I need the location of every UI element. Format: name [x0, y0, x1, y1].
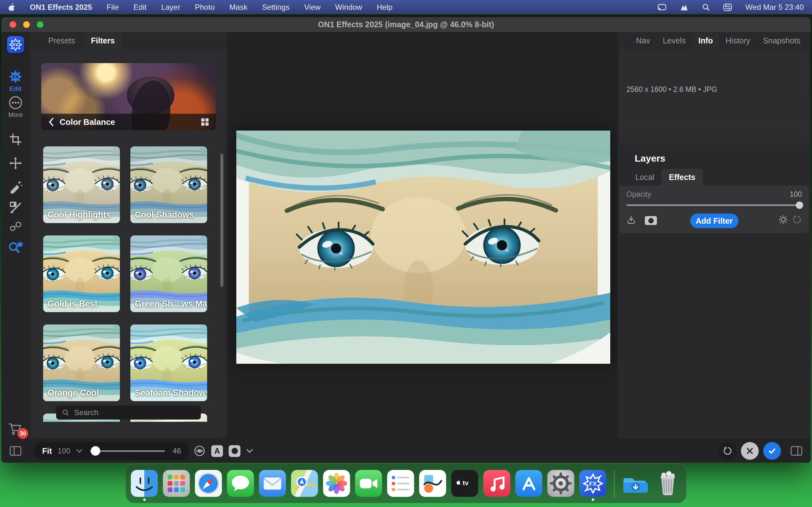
- edited-photo-canvas[interactable]: [236, 130, 610, 364]
- cancel-button[interactable]: [741, 442, 759, 460]
- menu-edit[interactable]: Edit: [134, 3, 147, 12]
- apply-done-button[interactable]: [763, 442, 781, 460]
- dock-item-facetime[interactable]: [355, 470, 382, 497]
- menu-photo[interactable]: Photo: [195, 3, 215, 12]
- zoom-slider-thumb[interactable]: [91, 446, 100, 456]
- menu-settings[interactable]: Settings: [262, 3, 290, 12]
- filter-thumbnails: Cool Highlights: [43, 147, 221, 422]
- window-title: ON1 Effects 2025 (image_04.jpg @ 46.0% 8…: [318, 20, 494, 29]
- tab-nav[interactable]: Nav: [630, 32, 656, 49]
- add-filter-button[interactable]: Add Filter: [690, 214, 739, 228]
- dock-item-maps[interactable]: [291, 470, 318, 497]
- dock-item-system-settings[interactable]: [548, 470, 574, 497]
- control-center-icon[interactable]: [723, 3, 732, 11]
- reset-effects-icon[interactable]: [792, 215, 802, 224]
- dock-item-photos[interactable]: [323, 470, 350, 497]
- tab-effects[interactable]: Effects: [661, 169, 703, 186]
- grid-view-icon[interactable]: [201, 118, 209, 126]
- dock-item-messages[interactable]: [227, 470, 254, 497]
- dock-item-music[interactable]: [484, 470, 510, 497]
- running-indicator: [592, 498, 594, 501]
- layer-mask-icon[interactable]: [645, 216, 657, 225]
- dock-item-appletv[interactable]: tv: [451, 470, 478, 497]
- tab-filters[interactable]: Filters: [84, 32, 122, 49]
- refine-tool[interactable]: [1, 220, 30, 233]
- zoom-preset-button[interactable]: 100: [58, 447, 70, 455]
- toggle-left-panel-icon[interactable]: [9, 446, 21, 456]
- window-titlebar[interactable]: ON1 Effects 2025 (image_04.jpg @ 46.0% 8…: [1, 17, 811, 32]
- menu-file[interactable]: File: [107, 3, 119, 12]
- move-tool[interactable]: [1, 157, 30, 170]
- magic-wand-tool[interactable]: [1, 180, 30, 193]
- dock-item-finder[interactable]: [131, 470, 158, 497]
- filter-category-card[interactable]: Color Balance: [41, 63, 216, 130]
- tab-levels[interactable]: Levels: [657, 32, 691, 49]
- tab-info[interactable]: Info: [693, 32, 719, 49]
- edit-module-button[interactable]: FX Edit: [1, 69, 30, 93]
- zoom-dropdown-chevron-icon[interactable]: [76, 449, 83, 453]
- filter-thumb-orange-cool[interactable]: Orange Cool: [43, 325, 120, 401]
- soft-proof-icon[interactable]: A: [211, 445, 223, 457]
- reset-all-button[interactable]: [719, 442, 737, 460]
- spotlight-search-icon[interactable]: [702, 3, 710, 11]
- dock-item-on1-effects[interactable]: FX: [579, 470, 606, 497]
- fit-button[interactable]: Fit: [42, 447, 52, 456]
- more-modules-button[interactable]: More: [1, 95, 30, 118]
- menu-mask[interactable]: Mask: [229, 3, 247, 12]
- toggle-right-panel-icon[interactable]: [791, 446, 803, 456]
- filters-card: Color Balance: [32, 49, 225, 437]
- filter-thumb-seafoam-shadows[interactable]: Seafoam Shadows: [131, 325, 207, 401]
- dock-item-downloads[interactable]: [622, 470, 649, 497]
- filter-search-input[interactable]: [56, 406, 201, 419]
- filter-thumb-cool-highlights[interactable]: Cool Highlights: [43, 147, 120, 223]
- dock-item-safari[interactable]: [195, 470, 222, 497]
- back-chevron-icon[interactable]: [48, 118, 54, 126]
- zoom-pan-tool[interactable]: [1, 240, 30, 255]
- menu-bar: ON1 Effects 2025 File Edit Layer Photo M…: [0, 0, 812, 14]
- svg-text:FX: FX: [589, 481, 597, 487]
- filter-thumb-gold-is-best[interactable]: Gold is Best: [43, 235, 120, 312]
- effects-card: Opacity 100 Add Filter: [619, 186, 809, 233]
- filter-thumb-cool-shadows[interactable]: Cool Shadows: [131, 147, 207, 223]
- dock-item-appstore[interactable]: [515, 470, 542, 497]
- close-window-button[interactable]: [9, 21, 16, 28]
- apple-menu-icon[interactable]: [8, 3, 15, 11]
- dock-item-reminders[interactable]: [387, 470, 414, 497]
- filter-thumb-green-shadows-matte[interactable]: Green Sh…ws Matte: [131, 235, 207, 312]
- tab-snapshots[interactable]: Snapshots: [757, 32, 806, 49]
- view-options-chevron-icon[interactable]: [246, 448, 253, 453]
- on1-app-logo: FX: [1, 36, 30, 53]
- dock-item-freeform[interactable]: [419, 470, 446, 497]
- on1-mountains-icon[interactable]: [680, 3, 689, 11]
- menu-window[interactable]: Window: [335, 3, 362, 12]
- menu-layer[interactable]: Layer: [161, 3, 180, 12]
- screen-mirroring-icon[interactable]: [658, 3, 666, 11]
- opacity-slider-thumb[interactable]: [796, 202, 803, 209]
- tab-history[interactable]: History: [720, 32, 756, 49]
- dock-item-trash[interactable]: [654, 470, 681, 497]
- minimize-window-button[interactable]: [23, 21, 30, 28]
- opacity-slider[interactable]: [626, 205, 802, 206]
- dock-item-mail[interactable]: [259, 470, 286, 497]
- menu-help[interactable]: Help: [377, 3, 392, 12]
- tab-presets[interactable]: Presets: [41, 32, 82, 49]
- dock-item-launchpad[interactable]: [163, 470, 190, 497]
- image-info-line: 2560 x 1600 • 2.6 MB • JPG: [626, 85, 717, 94]
- filters-scrollbar[interactable]: [220, 154, 223, 287]
- import-preset-icon[interactable]: [626, 215, 636, 224]
- dock: tv: [125, 464, 687, 503]
- layers-heading: Layers: [635, 153, 811, 164]
- crop-tool[interactable]: [1, 133, 30, 146]
- mask-view-icon[interactable]: [229, 445, 241, 457]
- menubar-app-name[interactable]: ON1 Effects 2025: [30, 3, 92, 12]
- tab-local[interactable]: Local: [630, 169, 659, 186]
- zoom-window-button[interactable]: [37, 21, 44, 28]
- preview-eye-icon[interactable]: [194, 445, 206, 457]
- effects-settings-gear-icon[interactable]: [778, 215, 788, 224]
- menu-view[interactable]: View: [304, 3, 321, 12]
- mask-brush-tool[interactable]: [1, 200, 30, 214]
- store-cart-button[interactable]: 30: [1, 421, 30, 436]
- zoom-slider[interactable]: [90, 450, 165, 452]
- menubar-clock[interactable]: Wed Mar 5 23:40: [745, 3, 804, 12]
- zoom-control-pill: Fit 100 46: [34, 442, 189, 460]
